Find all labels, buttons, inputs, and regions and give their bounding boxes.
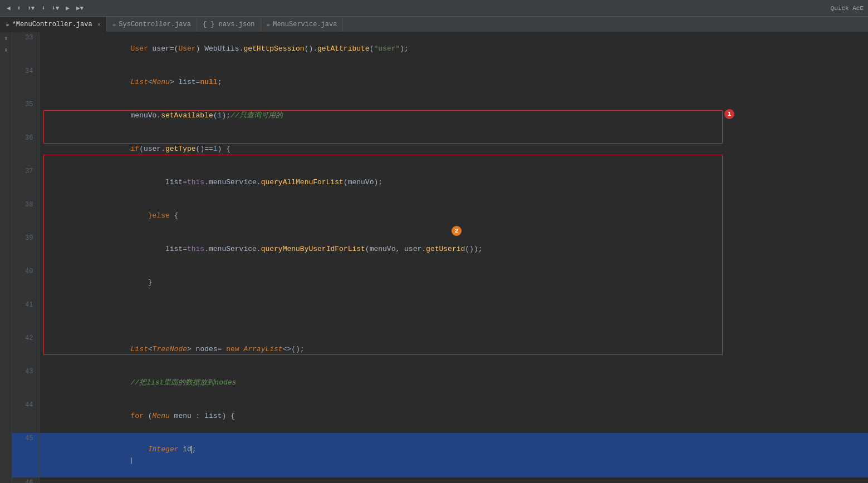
table-row: 37 list=this.menuService.queryAllMenuFor…	[12, 166, 868, 199]
line-content[interactable]: List<Menu> list=null;	[39, 66, 868, 99]
tab-close-menu-controller[interactable]: ✕	[97, 21, 101, 28]
toolbar-btn-nav3[interactable]: ⬇	[39, 3, 47, 13]
line-content[interactable]: List<TreeNode> nodes= new ArrayList<>();	[39, 333, 868, 366]
table-row: 42 List<TreeNode> nodes= new ArrayList<>…	[12, 333, 868, 366]
quick-access-label: Quick AcE	[831, 5, 864, 12]
line-number-active: 45	[12, 433, 39, 477]
toolbar: ◀ ⬆ ⬆▼ ⬇ ⬇▼ ▶ ▶▼ Quick AcE	[0, 0, 868, 17]
table-row: 43 //把list里面的数据放到nodes	[12, 366, 868, 400]
gutter-icon-2[interactable]: ⬇	[4, 46, 8, 55]
badge-1: 1	[724, 109, 734, 119]
code-table: 33 User user=(User) WebUtils.getHttpSess…	[12, 32, 868, 483]
tab-menu-controller[interactable]: ☕ *MenuController.java ✕	[0, 17, 107, 32]
line-content[interactable]: }	[39, 266, 868, 299]
table-row: 39 list=this.menuService.queryMenuByUser…	[12, 233, 868, 266]
line-number: 42	[12, 333, 39, 366]
gutter-icons: ⬆ ⬇	[0, 32, 12, 483]
line-content[interactable]: if(user.getType()==1) {	[39, 132, 868, 166]
toolbar-btn-nav2[interactable]: ⬆▼	[25, 3, 37, 13]
tab-bar: ☕ *MenuController.java ✕ ☕ SysController…	[0, 17, 868, 32]
gutter-icon-1[interactable]: ⬆	[4, 34, 8, 43]
line-number: 35	[12, 99, 39, 132]
table-row: 38 }else {	[12, 199, 868, 233]
table-row: 45 Integer id; |	[12, 433, 868, 477]
tab-icon-menu-service: ☕	[267, 21, 271, 28]
line-number: 41	[12, 299, 39, 333]
table-row: 34 List<Menu> list=null;	[12, 66, 868, 99]
table-row: 35 menuVo.setAvailable(1);//只查询可用的	[12, 99, 868, 132]
line-content[interactable]: Integer pid;	[39, 477, 868, 483]
line-content[interactable]	[39, 299, 868, 333]
table-row: 36 if(user.getType()==1) {	[12, 132, 868, 166]
tab-label-menu-service: MenuService.java	[273, 21, 337, 28]
line-content[interactable]: menuVo.setAvailable(1);//只查询可用的	[39, 99, 868, 132]
toolbar-btn-forward2[interactable]: ▶▼	[74, 3, 86, 13]
tab-icon-sys: ☕	[112, 21, 116, 28]
toolbar-btn-nav1[interactable]: ⬆	[15, 3, 23, 13]
table-row: 44 for (Menu menu : list) {	[12, 400, 868, 433]
toolbar-btn-nav4[interactable]: ⬇▼	[50, 3, 61, 13]
line-number: 39	[12, 233, 39, 266]
line-content[interactable]: list=this.menuService.queryAllMenuForLis…	[39, 166, 868, 199]
line-content[interactable]: //把list里面的数据放到nodes	[39, 366, 868, 400]
toolbar-btn-back[interactable]: ◀	[4, 3, 13, 13]
line-number: 37	[12, 166, 39, 199]
line-content[interactable]: list=this.menuService.queryMenuByUserIdF…	[39, 233, 868, 266]
tab-menu-service[interactable]: ☕ MenuService.java	[261, 17, 344, 32]
table-row: 40 }	[12, 266, 868, 299]
editor: ⬆ ⬇ 1 2 33 User user=(User) WebUtils.	[0, 32, 868, 483]
line-content-active[interactable]: Integer id; |	[39, 433, 868, 477]
badge-2: 2	[452, 226, 462, 236]
tab-sys-controller[interactable]: ☕ SysController.java	[107, 17, 197, 32]
line-content[interactable]: for (Menu menu : list) {	[39, 400, 868, 433]
code-area[interactable]: 1 2 33 User user=(User) WebUtils.getHttp…	[12, 32, 868, 483]
line-number: 36	[12, 132, 39, 166]
line-number: 38	[12, 199, 39, 233]
line-number: 34	[12, 66, 39, 99]
line-number: 33	[12, 32, 39, 66]
line-number: 43	[12, 366, 39, 400]
tab-label-navs-json: { } navs.json	[203, 21, 255, 28]
table-row: 33 User user=(User) WebUtils.getHttpSess…	[12, 32, 868, 66]
toolbar-btn-forward[interactable]: ▶	[63, 3, 72, 13]
table-row: 46 Integer pid;	[12, 477, 868, 483]
line-number: 40	[12, 266, 39, 299]
tab-navs-json[interactable]: { } navs.json	[197, 17, 261, 32]
line-content[interactable]: User user=(User) WebUtils.getHttpSession…	[39, 32, 868, 66]
line-number: 46	[12, 477, 39, 483]
table-row: 41	[12, 299, 868, 333]
line-number: 44	[12, 400, 39, 433]
tab-icon-java: ☕	[6, 21, 9, 28]
tab-label-sys-controller: SysController.java	[119, 21, 191, 28]
tab-label-menu-controller: *MenuController.java	[12, 21, 92, 28]
